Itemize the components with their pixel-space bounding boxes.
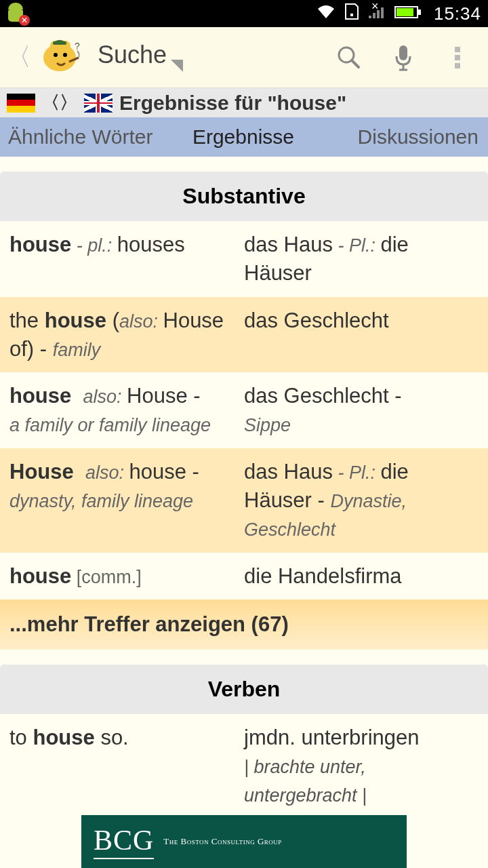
section-verbs: Verben [0,665,488,714]
cell-de: das Haus - Pl.: die Häuser [244,231,479,288]
status-clock: 15:34 [434,3,481,24]
tab-discussions[interactable]: Diskussionen [323,119,488,155]
section-nouns: Substantive [0,172,488,221]
svg-rect-19 [455,63,460,68]
cell-en: house [comm.] [9,562,244,591]
search-icon[interactable] [325,44,373,71]
cell-de: das Geschlecht [244,307,479,363]
cell-de: jmdn. unterbringen| brachte unter, unter… [244,724,479,809]
svg-rect-7 [53,41,66,45]
result-row[interactable]: the house (also: House of) - family das … [0,297,488,373]
svg-line-13 [352,60,359,67]
flag-uk-icon [84,94,113,113]
cell-en: house - pl.: houses [9,231,244,288]
swap-icon: 〈〉 [42,91,77,115]
results-header: 〈〉 Ergebnisse für "house" [0,88,488,117]
status-bar: ✕ × 15:34 [0,0,488,27]
dropdown-triangle-icon [171,60,183,72]
svg-point-8 [54,53,58,57]
cell-en: to house so. [9,724,244,809]
show-more-button[interactable]: ...mehr Treffer anzeigen (67) [0,599,488,650]
battery-icon [394,3,422,24]
ad-logo: BCG [94,824,154,859]
result-row[interactable]: house - pl.: houses das Haus - Pl.: die … [0,221,488,297]
ad-banner[interactable]: BCG The Boston Consulting Group [0,812,488,868]
cell-de: die Handelsfirma [244,562,479,591]
overflow-menu-icon[interactable] [434,43,481,73]
search-dropdown[interactable]: Suche [89,41,183,75]
svg-text:?: ? [75,41,80,52]
cell-de: das Haus - Pl.: die Häuser - Dynastie, G… [244,458,479,543]
tabs: Ähnliche Wörter Ergebnisse Diskussionen [0,117,488,157]
no-signal-icon: × [367,3,386,24]
results-header-text: Ergebnisse für "house" [119,92,346,115]
result-row[interactable]: House also: house -dynasty, family linea… [0,448,488,553]
show-more-label: ...mehr Treffer anzeigen (67) [9,610,479,639]
android-notification-icon: ✕ [5,3,26,23]
svg-rect-18 [455,55,460,60]
search-label: Suche [98,41,167,69]
cell-de: das Geschlecht -Sippe [244,382,479,439]
svg-point-9 [63,53,67,57]
result-row[interactable]: house also: House -a family or family li… [0,372,488,448]
svg-rect-0 [350,14,353,16]
result-row[interactable]: to house so. jmdn. unterbringen| brachte… [0,714,488,818]
cell-en: House also: house -dynasty, family linea… [9,458,244,543]
flag-de-icon [7,94,35,113]
tab-similar-words[interactable]: Ähnliche Wörter [0,119,163,155]
svg-rect-14 [399,45,407,60]
microphone-icon[interactable] [380,43,427,73]
cell-en: the house (also: House of) - family [9,307,244,363]
tab-results[interactable]: Ergebnisse [163,119,323,155]
result-row[interactable]: house [comm.] die Handelsfirma [0,553,488,600]
back-icon[interactable]: 〈 [7,41,31,74]
wifi-icon [316,3,336,24]
app-bar: 〈 ? Suche [0,27,488,88]
svg-rect-3 [396,8,413,16]
app-logo-icon[interactable]: ? [41,37,83,78]
cell-en: house also: House -a family or family li… [9,382,244,439]
sdcard-icon [344,3,359,25]
svg-rect-17 [455,47,460,52]
ad-tagline: The Boston Consulting Group [163,836,281,847]
svg-rect-2 [418,9,421,15]
